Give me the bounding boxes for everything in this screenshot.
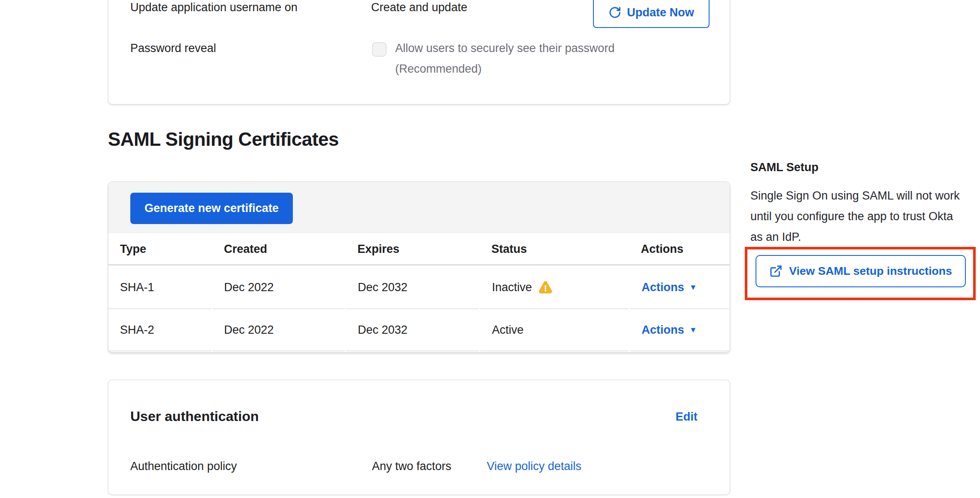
view-saml-setup-instructions-button[interactable]: View SAML setup instructions bbox=[756, 255, 966, 287]
cell-type: SHA-2 bbox=[108, 309, 211, 351]
update-now-button[interactable]: Update Now bbox=[593, 0, 710, 28]
caret-down-icon: ▼ bbox=[689, 326, 697, 334]
edit-link[interactable]: Edit bbox=[676, 410, 697, 424]
username-update-label: Update application username on bbox=[130, 0, 298, 15]
actions-label: Actions bbox=[642, 323, 684, 337]
column-header-expires: Expires bbox=[346, 234, 479, 264]
saml-certificates-card: Generate new certificate Type Created Ex… bbox=[108, 181, 730, 353]
status-text: Active bbox=[492, 323, 524, 337]
caret-down-icon: ▼ bbox=[689, 283, 697, 291]
certificates-table-header: Type Created Expires Status Actions bbox=[108, 234, 730, 265]
table-row-sha2: SHA-2 Dec 2022 Dec 2032 Active Actions ▼ bbox=[108, 309, 730, 351]
username-update-value: Create and update bbox=[371, 0, 467, 15]
actions-dropdown-sha1[interactable]: Actions ▼ bbox=[642, 281, 697, 294]
authentication-policy-label: Authentication policy bbox=[130, 459, 237, 473]
user-authentication-card: User authentication Edit Authentication … bbox=[108, 380, 730, 495]
external-link-icon bbox=[769, 264, 783, 278]
view-saml-setup-instructions-label: View SAML setup instructions bbox=[789, 264, 952, 278]
cell-status: Inactive bbox=[480, 266, 629, 309]
password-reveal-checkbox-label-2: (Recommended) bbox=[395, 62, 482, 76]
cell-created: Dec 2022 bbox=[212, 266, 345, 309]
column-header-created: Created bbox=[212, 234, 345, 264]
generate-new-certificate-label: Generate new certificate bbox=[144, 202, 279, 215]
generate-new-certificate-button[interactable]: Generate new certificate bbox=[130, 193, 293, 224]
cell-status: Active bbox=[480, 309, 629, 351]
saml-setup-title: SAML Setup bbox=[750, 161, 819, 174]
cell-created: Dec 2022 bbox=[212, 309, 345, 351]
cell-actions: Actions ▼ bbox=[630, 309, 729, 351]
sign-on-settings-page: Update application username on Create an… bbox=[0, 0, 980, 498]
refresh-icon bbox=[608, 6, 621, 19]
saml-setup-description: Single Sign On using SAML will not work … bbox=[750, 185, 968, 247]
user-authentication-title: User authentication bbox=[130, 409, 259, 424]
actions-dropdown-sha2[interactable]: Actions ▼ bbox=[642, 323, 697, 337]
actions-label: Actions bbox=[642, 281, 684, 294]
cell-expires: Dec 2032 bbox=[346, 309, 479, 351]
cell-expires: Dec 2032 bbox=[346, 266, 479, 309]
column-header-type: Type bbox=[108, 234, 211, 264]
update-now-label: Update Now bbox=[627, 6, 694, 19]
authentication-policy-value: Any two factors bbox=[372, 459, 452, 473]
password-reveal-checkbox[interactable] bbox=[372, 42, 387, 57]
column-header-status: Status bbox=[480, 234, 628, 264]
table-row-sha1: SHA-1 Dec 2022 Dec 2032 Inactive Actions… bbox=[108, 266, 730, 309]
view-policy-details-link[interactable]: View policy details bbox=[487, 459, 581, 473]
password-reveal-label: Password reveal bbox=[130, 41, 216, 55]
cell-actions: Actions ▼ bbox=[630, 266, 729, 309]
warning-icon bbox=[538, 280, 553, 295]
provisioning-settings-card: Update application username on Create an… bbox=[108, 0, 730, 105]
status-text: Inactive bbox=[492, 281, 532, 294]
column-header-actions: Actions bbox=[629, 234, 728, 264]
page-title: SAML Signing Certificates bbox=[108, 129, 339, 150]
password-reveal-checkbox-label: Allow users to securely see their passwo… bbox=[395, 41, 614, 55]
cell-type: SHA-1 bbox=[108, 266, 211, 309]
